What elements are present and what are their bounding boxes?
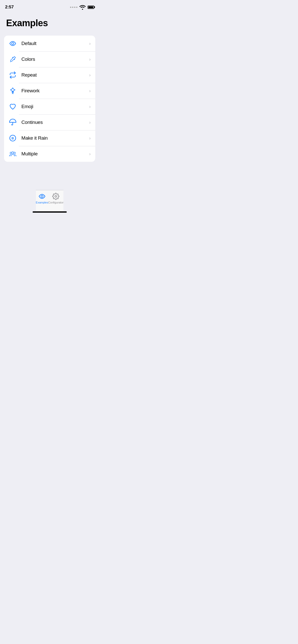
list-item-colors[interactable]: Colors › [4,51,95,67]
bitcoin-icon: B [9,134,17,142]
heart-icon [9,103,17,111]
list-item-default-label: Default [21,41,87,46]
status-icons [70,4,94,11]
list-item-emoji[interactable]: Emoji › [4,99,95,114]
tab-configurator[interactable]: Configurator [48,193,64,204]
list-item-multiple[interactable]: Multiple › [4,146,95,162]
tab-examples-label: Examples [36,201,48,204]
umbrella-icon [9,118,17,126]
tab-bar: Examples Configurator [36,190,64,211]
svg-text:B: B [11,136,14,140]
status-time: 2:57 [5,5,14,10]
list-item-continues-label: Continues [21,120,87,125]
bottom-area: Examples Configurator [0,190,99,215]
list-item-makeitrain-label: Make it Rain [21,135,87,141]
chevron-icon: › [89,104,91,109]
page-title: Examples [0,13,99,36]
list-item-repeat[interactable]: Repeat › [4,67,95,83]
list-item-colors-label: Colors [21,56,87,62]
tab-configurator-icon [52,193,59,200]
chevron-icon: › [89,41,91,46]
svg-point-7 [41,195,43,197]
firework-icon [9,87,17,95]
repeat-icon [9,71,17,79]
group-icon [9,150,17,158]
list-item-repeat-label: Repeat [21,72,87,78]
list-item-firework-label: Firework [21,88,87,94]
list-item-firework[interactable]: Firework › [4,83,95,99]
status-bar: 2:57 [0,0,99,13]
chevron-icon: › [89,151,91,157]
list-item-emoji-label: Emoji [21,104,87,109]
list-item-multiple-label: Multiple [21,151,87,157]
tab-examples[interactable]: Examples [36,193,48,204]
tab-configurator-label: Configurator [48,201,64,204]
home-indicator [33,211,67,213]
list-item-makeitrain[interactable]: B Make it Rain › [4,130,95,146]
svg-point-0 [12,42,14,45]
chevron-icon: › [89,57,91,62]
list-item-default[interactable]: Default › [4,36,95,51]
chevron-icon: › [89,120,91,125]
list-item-continues[interactable]: Continues › [4,114,95,130]
examples-list: Default › Colors › Repeat › [4,36,95,162]
eye-icon [9,39,17,48]
tab-examples-icon [38,193,46,200]
battery-icon [88,6,94,9]
chevron-icon: › [89,72,91,78]
signal-icon [70,7,77,8]
chevron-icon: › [89,88,91,94]
svg-point-8 [55,196,57,197]
chevron-icon: › [89,136,91,141]
eyedropper-icon [9,55,17,63]
wifi-icon [79,4,86,11]
